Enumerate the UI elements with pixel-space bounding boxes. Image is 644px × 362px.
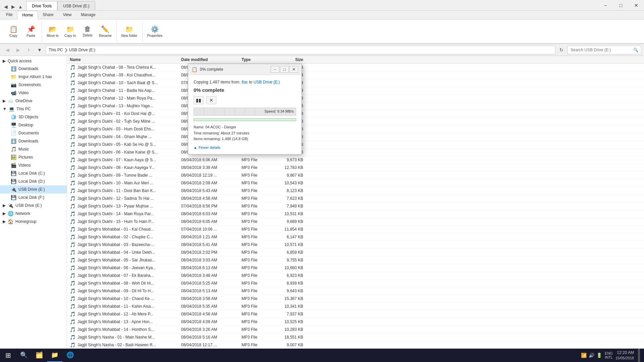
search-input[interactable]: [571, 48, 632, 52]
copy-dialog[interactable]: 📋 0% complete − □ ✕ Copying 1,487 items …: [188, 64, 302, 155]
sidebar-item-imgur[interactable]: 📁 Imgur Album 1 hav: [0, 73, 67, 81]
table-row[interactable]: 🎵 Jagjit Singh's Dukhi - 03 - Hum Dosti …: [67, 125, 644, 133]
sidebar-item-thispc[interactable]: ▼ 💻 This PC: [0, 105, 67, 113]
forward-nav-button[interactable]: ▶: [13, 45, 23, 55]
tab-usb-drive[interactable]: USB Drive (E:): [57, 1, 95, 10]
table-row[interactable]: 🎵 Jagjit Singh's Mohabbat - 08 - Woh Dil…: [67, 280, 644, 287]
maximize-button[interactable]: □: [613, 0, 629, 11]
table-row[interactable]: 🎵 Jagjit Singh's Mohabbat - 01 - Kal Cha…: [67, 226, 644, 233]
table-row[interactable]: 🎵 Jagjit Singh's Dukhi - 15 - Hum To Hai…: [67, 218, 644, 226]
table-row[interactable]: 🎵 Jagjit Singh's Mohabbat - 14 - Honthon…: [67, 326, 644, 334]
sidebar-item-music[interactable]: 🎵 Music: [0, 145, 67, 153]
table-row[interactable]: 🎵 Jagjit Singh's Mohabbat - 06 - Jeevan …: [67, 264, 644, 272]
delete-button[interactable]: 🗑 Delete: [79, 24, 96, 39]
sidebar-item-videos[interactable]: 🎬 Videos: [0, 161, 67, 169]
table-row[interactable]: 🎵 Jagjit Singh's Dukhi - 14 - Main Roya …: [67, 210, 644, 218]
ribbon-tab-share[interactable]: Share: [38, 11, 58, 19]
table-row[interactable]: 🎵 Jagjit Singh's Mohabbat - 07 - Ek Bara…: [67, 272, 644, 280]
table-row[interactable]: 🎵 Jagjit Singh's Chahat - 09 - Koi Chaud…: [67, 71, 644, 79]
col-type-header[interactable]: Type: [241, 57, 275, 62]
table-row[interactable]: 🎵 Jagjit Singh's Dukhi - 02 - Tujh Sey M…: [67, 118, 644, 125]
tray-battery-icon[interactable]: 🔋: [596, 353, 602, 358]
rename-button[interactable]: ✏️ Rename: [97, 24, 114, 39]
taskbar-search[interactable]: 🔍: [16, 349, 32, 362]
table-row[interactable]: 🎵 Jagjit Singh's Dukhi - 08 - Kaun Aayeg…: [67, 164, 644, 172]
tab-drive-tools[interactable]: Drive Tools: [26, 1, 57, 10]
table-row[interactable]: 🎵 Jagjit Singh's Mohabbat - 13 - Apne Ho…: [67, 318, 644, 326]
table-row[interactable]: 🎵 Jagjit Singh's Chahat - 13 - Mujhko Ya…: [67, 102, 644, 110]
table-row[interactable]: 🎵 Jagjit Singh's Chahat - 10 - Sach Baat…: [67, 79, 644, 87]
table-row[interactable]: 🎵 Jagjit Singh's Dukhi - 06 - Kaise Kais…: [67, 148, 644, 156]
sidebar-item-usb-e[interactable]: 🔌 USB Drive (E:): [0, 185, 67, 193]
sidebar-item-pictures[interactable]: 🖼️ Pictures: [0, 153, 67, 161]
refresh-button[interactable]: ↻: [557, 45, 566, 55]
ribbon-tab-manage[interactable]: Manage: [76, 11, 100, 19]
fewer-details-button[interactable]: ▲ Fewer details: [194, 145, 296, 149]
properties-button[interactable]: ⚙️ Properties: [145, 24, 165, 39]
table-row[interactable]: 🎵 Jagjit Singh's Mohabbat - 11 - Kahin A…: [67, 303, 644, 310]
table-row[interactable]: 🎵 Jagjit Singh's Dukhi - 10 - Main Aur M…: [67, 179, 644, 187]
pause-button[interactable]: ▮▮: [194, 96, 204, 104]
col-size-header[interactable]: Size: [275, 57, 309, 62]
sidebar-item-video[interactable]: 📹 Video: [0, 89, 67, 97]
sidebar-item-network[interactable]: ▶ 🌐 Network: [0, 209, 67, 218]
taskbar-file-explorer[interactable]: 📁: [47, 349, 62, 362]
close-button[interactable]: ✕: [629, 0, 644, 11]
path-usb-drive[interactable]: USB Drive (E:): [69, 48, 96, 52]
dialog-minimize-button[interactable]: −: [271, 66, 279, 73]
table-row[interactable]: 🎵 Jagjit Singh's Dukhi - 01 - Koi Dost H…: [67, 110, 644, 118]
table-row[interactable]: 🎵 Jagjit Singh's Mohabbat - 12 - Ab Mere…: [67, 310, 644, 318]
show-desktop-button[interactable]: [638, 349, 640, 362]
table-row[interactable]: 🎵 Jagjit Singh's Mohabbat - 09 - Dil Hi …: [67, 287, 644, 295]
ribbon-tab-home[interactable]: Home: [17, 11, 38, 19]
table-row[interactable]: 🎵 Jagjit Singh's Chahat - 11 - Badla Na …: [67, 87, 644, 95]
up-icon[interactable]: ▲: [17, 3, 24, 10]
move-to-button[interactable]: 📂 Move to: [45, 24, 61, 39]
dialog-restore-button[interactable]: □: [280, 66, 289, 73]
sidebar-item-local-c[interactable]: 💾 Local Disk (C:): [0, 169, 67, 177]
sidebar-item-screenshots[interactable]: 📷 Screenshots: [0, 81, 67, 89]
sidebar-item-homegroup[interactable]: ▶ 🏠 Homegroup: [0, 218, 67, 226]
start-button[interactable]: ⊞: [0, 349, 16, 362]
table-row[interactable]: 🎵 Jagjit Singh's Dukhi - 05 - Kab Se Ho …: [67, 141, 644, 148]
sidebar-item-usb-top[interactable]: ▶ 🔌 USB Drive (E:): [0, 201, 67, 209]
copy-button[interactable]: 📋 Copy: [5, 24, 21, 39]
recent-locations-button[interactable]: ▼: [35, 45, 44, 55]
forward-icon[interactable]: ▶: [9, 3, 17, 10]
sidebar-item-documents[interactable]: 📄 Documents: [0, 129, 67, 137]
table-row[interactable]: 🎵 Jagjit Singh's Mohabbat - 05 - Sar Jhu…: [67, 256, 644, 264]
table-row[interactable]: 🎵 Jagjit Singh's Dukhi - 04 - Gham Mujhe…: [67, 133, 644, 141]
ribbon-tab-view[interactable]: View: [58, 11, 76, 19]
sidebar-item-3dobjects[interactable]: 🧊 3D Objects: [0, 113, 67, 121]
new-folder-button[interactable]: 📁 New folder: [119, 24, 140, 39]
tray-volume-icon[interactable]: 🔊: [589, 353, 594, 358]
table-row[interactable]: 🎵 Jagjit Singh's Chahat - 12 - Main Roya…: [67, 95, 644, 102]
sidebar-item-downloads-quick[interactable]: ⬇️ Downloads: [0, 65, 67, 73]
sidebar-quick-access[interactable]: ▶ Quick access: [0, 57, 67, 65]
sidebar-item-desktop[interactable]: 🖥️ Desktop: [0, 121, 67, 129]
table-row[interactable]: 🎵 Jagjit Singh's Nasha - 01 - Main Nashe…: [67, 334, 644, 341]
table-row[interactable]: 🎵 Jagjit Singh's Nasha - 02 - Badi Hasee…: [67, 341, 644, 349]
table-row[interactable]: 🎵 Jagjit Singh's Dukhi - 12 - Sadma To H…: [67, 195, 644, 202]
sidebar-item-local-f[interactable]: 💾 Local Disk (F:): [0, 193, 67, 201]
up-nav-button[interactable]: ↑: [24, 45, 34, 55]
sidebar-item-downloads[interactable]: ⬇️ Downloads: [0, 137, 67, 145]
table-row[interactable]: 🎵 Jagjit Singh's Mohabbat - 03 - Bazeech…: [67, 241, 644, 249]
address-path[interactable]: This PC ❯ USB Drive (E:): [46, 46, 555, 54]
copy-to-button[interactable]: 📁 Copy to: [62, 24, 78, 39]
minimize-button[interactable]: −: [598, 0, 613, 11]
back-nav-button[interactable]: ◀: [3, 45, 12, 55]
col-date-header[interactable]: Date modified: [181, 57, 241, 62]
sidebar-item-local-d[interactable]: 💾 Local Disk (D:): [0, 177, 67, 185]
table-row[interactable]: 🎵 Jagjit Singh's Mohabbat - 10 - Chand K…: [67, 295, 644, 303]
table-row[interactable]: 🎵 Jagjit Singh's Dukhi - 13 - Pyaar Mujh…: [67, 202, 644, 210]
back-icon[interactable]: ◀: [2, 3, 9, 10]
paste-button[interactable]: 📌 Paste: [23, 24, 39, 39]
taskbar-chrome[interactable]: 🌐: [62, 349, 78, 362]
dialog-close-button[interactable]: ✕: [289, 66, 298, 73]
cancel-copy-button[interactable]: ✕: [206, 96, 216, 104]
path-this-pc[interactable]: This PC: [49, 48, 63, 52]
col-name-header[interactable]: Name: [67, 57, 181, 62]
sidebar-item-onedrive[interactable]: ▶ ☁️ OneDrive: [0, 97, 67, 105]
table-row[interactable]: 🎵 Jagjit Singh's Mohabbat - 04 - Unke De…: [67, 249, 644, 256]
